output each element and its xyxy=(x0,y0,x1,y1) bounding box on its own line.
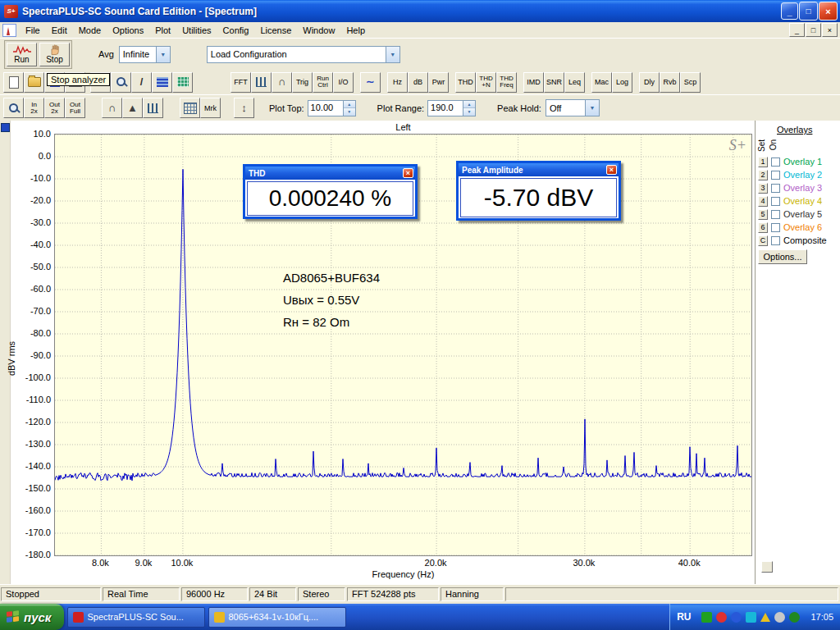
mdi-close-button[interactable]: × xyxy=(822,23,838,37)
overlay-6-checkbox[interactable] xyxy=(771,223,780,232)
tray-icon-1[interactable] xyxy=(701,612,712,623)
spin-up-icon[interactable]: ▲ xyxy=(344,101,355,109)
menu-mode[interactable]: Mode xyxy=(73,24,107,37)
thd-button[interactable]: THD xyxy=(455,72,476,93)
scope-button[interactable]: Scp xyxy=(680,72,701,93)
tray-icon-7[interactable] xyxy=(789,612,800,623)
overlay-1-checkbox[interactable] xyxy=(771,158,780,167)
logging-button[interactable]: Log xyxy=(612,72,632,93)
surface-plot-button[interactable] xyxy=(172,72,193,93)
plot-range-input[interactable]: 190.0 xyxy=(427,100,463,116)
language-indicator[interactable]: RU xyxy=(677,611,691,623)
overlay-C-set-button[interactable]: C xyxy=(758,235,768,246)
overlay-3-set-button[interactable]: 3 xyxy=(758,183,768,194)
overlay-C-checkbox[interactable] xyxy=(771,236,780,245)
marker-button[interactable]: Mrk xyxy=(200,98,221,118)
db-button[interactable]: dB xyxy=(408,72,428,93)
restore-button[interactable]: □ xyxy=(799,2,818,21)
start-button[interactable]: пуск xyxy=(0,604,64,630)
overlay-2-set-button[interactable]: 2 xyxy=(758,170,768,180)
run-button[interactable]: Run xyxy=(7,43,37,66)
snr-button[interactable]: SNR xyxy=(544,72,564,93)
vertical-cursor-button[interactable]: ↕ xyxy=(234,98,254,118)
overlay-4-checkbox[interactable] xyxy=(771,197,780,206)
plot-scroll-box[interactable] xyxy=(761,561,773,573)
overlay-5-checkbox[interactable] xyxy=(771,210,780,219)
chevron-down-icon[interactable]: ▼ xyxy=(386,47,399,62)
scaling-button[interactable] xyxy=(251,72,272,93)
tray-icon-6[interactable] xyxy=(774,612,785,623)
avg-select[interactable]: Infinite ▼ xyxy=(119,46,171,63)
pwr-button[interactable]: Pwr xyxy=(428,72,449,93)
tray-icon-2[interactable] xyxy=(716,612,727,623)
close-icon[interactable]: × xyxy=(606,165,617,175)
smoothing-button[interactable]: ∩ xyxy=(272,72,292,93)
data-table-button[interactable] xyxy=(180,98,200,118)
spin-down-icon[interactable]: ▼ xyxy=(344,108,355,116)
menu-file[interactable]: File xyxy=(20,24,46,37)
overlay-3-checkbox[interactable] xyxy=(771,184,780,193)
zoom-in-2x-button[interactable]: In2x xyxy=(24,98,44,118)
open-file-button[interactable] xyxy=(24,72,44,93)
close-button[interactable]: × xyxy=(819,2,838,21)
clock[interactable]: 17:05 xyxy=(810,612,833,622)
mdi-minimize-button[interactable]: _ xyxy=(789,23,805,37)
tray-icon-4[interactable] xyxy=(746,612,756,623)
menu-edit[interactable]: Edit xyxy=(46,24,73,37)
menu-config[interactable]: Config xyxy=(217,24,255,37)
load-configuration-select[interactable]: Load Configuration ▼ xyxy=(207,46,400,63)
spin-down-icon[interactable]: ▼ xyxy=(463,108,475,116)
zoom-out-2x-button[interactable]: Out2x xyxy=(44,98,65,118)
thd-panel-titlebar[interactable]: THD × xyxy=(245,167,415,180)
close-icon[interactable]: × xyxy=(403,168,413,178)
line-plot-button[interactable]: ∩ xyxy=(102,98,122,118)
imd-button[interactable]: IMD xyxy=(523,72,544,93)
peak-amplitude-panel[interactable]: Peak Amplitude × -5.70 dBV xyxy=(456,161,621,221)
hz-button[interactable]: Hz xyxy=(387,72,408,93)
taskbar-task-2[interactable]: 8065+634-1v-10кГц.... xyxy=(208,607,346,628)
leq-button[interactable]: Leq xyxy=(564,72,585,93)
plot-top-spinner[interactable]: ▲▼ xyxy=(344,100,356,116)
chevron-down-icon[interactable]: ▼ xyxy=(585,100,599,116)
taskbar-task-1[interactable]: SpectraPLUS-SC Sou... xyxy=(67,607,205,628)
spectrogram-button[interactable] xyxy=(152,72,172,93)
overlay-2-checkbox[interactable] xyxy=(771,171,780,180)
menu-help[interactable]: Help xyxy=(340,24,371,37)
chevron-down-icon[interactable]: ▼ xyxy=(156,47,170,62)
mdi-restore-button[interactable]: □ xyxy=(806,23,821,37)
macro-button[interactable]: Mac xyxy=(591,72,612,93)
thd-n-button[interactable]: THD+N xyxy=(476,72,496,93)
reverb-button[interactable]: Rvb xyxy=(660,72,680,93)
peak-panel-titlebar[interactable]: Peak Amplitude × xyxy=(459,163,619,176)
menu-options[interactable]: Options xyxy=(107,24,149,37)
run-control-button[interactable]: RunCtrl xyxy=(313,72,333,93)
thd-freq-button[interactable]: THDFreq xyxy=(496,72,517,93)
thd-panel[interactable]: THD × 0.000240 % xyxy=(243,164,418,219)
menu-utilities[interactable]: Utilities xyxy=(176,24,217,37)
trigger-button[interactable]: Trig xyxy=(292,72,313,93)
menu-license[interactable]: License xyxy=(254,24,297,37)
peak-hold-select[interactable]: Off▼ xyxy=(546,99,600,116)
spin-up-icon[interactable]: ▲ xyxy=(463,101,475,109)
overlays-options-button[interactable]: Options... xyxy=(758,249,807,264)
filled-plot-button[interactable]: ▲ xyxy=(122,98,143,118)
zoom-wave-button[interactable] xyxy=(111,72,131,93)
overlay-6-set-button[interactable]: 6 xyxy=(758,222,768,233)
io-device-button[interactable]: I/O xyxy=(333,72,354,93)
stop-button[interactable]: Stop xyxy=(39,43,70,66)
menu-plot[interactable]: Plot xyxy=(149,24,176,37)
fft-settings-button[interactable]: FFT xyxy=(231,72,251,93)
zoom-out-full-button[interactable]: OutFull xyxy=(65,98,85,118)
menu-window[interactable]: Window xyxy=(297,24,340,37)
tray-icon-3[interactable] xyxy=(731,612,742,623)
bar-plot-button[interactable] xyxy=(143,98,163,118)
overlay-5-set-button[interactable]: 5 xyxy=(758,209,768,220)
new-file-button[interactable] xyxy=(3,72,24,93)
zoom-button[interactable] xyxy=(3,98,24,118)
overlay-1-set-button[interactable]: 1 xyxy=(758,157,768,167)
minimize-button[interactable]: _ xyxy=(781,2,798,20)
spectrum-window-icon[interactable] xyxy=(2,24,16,37)
plot-top-input[interactable]: 10.00 xyxy=(308,100,344,116)
overlay-4-set-button[interactable]: 4 xyxy=(758,196,768,207)
delay-button[interactable]: Dly xyxy=(639,72,660,93)
